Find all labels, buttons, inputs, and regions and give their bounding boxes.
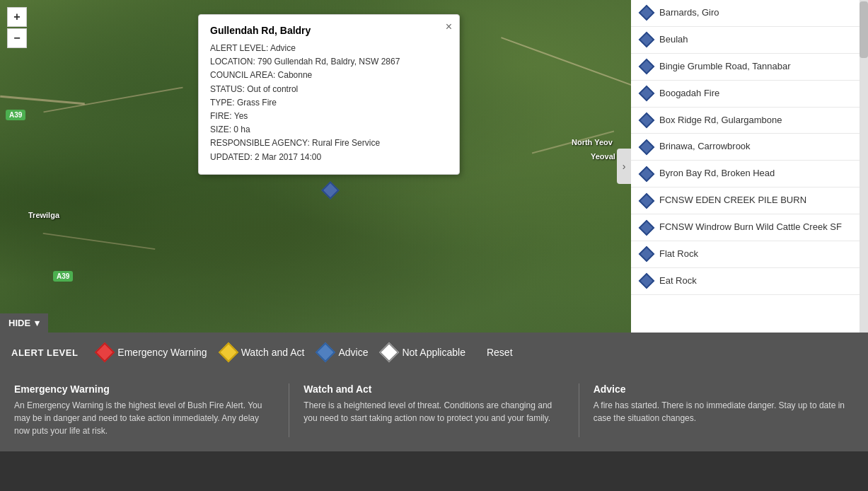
fire-popup: Gullendah Rd, Baldry × ALERT LEVEL: Advi… [198,14,460,175]
na-diamond-icon [379,342,399,362]
info-emergency-heading: Emergency Warning [14,383,274,395]
emergency-diamond-icon [95,342,115,362]
na-label: Not Applicable [402,347,465,358]
info-emergency: Emergency Warning An Emergency Warning i… [14,383,289,437]
fire-diamond-icon [639,5,655,21]
zoom-in-button[interactable]: + [7,7,27,27]
info-watch: Watch and Act There is a heightened leve… [303,383,579,437]
alert-level-label: ALERT LEVEL [11,347,78,358]
fire-diamond-icon [639,86,655,102]
popup-title: Gullendah Rd, Baldry [210,25,448,36]
info-emergency-body: An Emergency Warning is the highest leve… [14,399,274,437]
popup-row: LOCATION: 790 Gullendah Rd, Baldry, NSW … [210,55,448,69]
fire-diamond-icon [639,59,655,75]
sidebar-item[interactable]: Barnards, Giro [631,0,868,27]
advice-diamond-icon [316,342,335,362]
sidebar-item[interactable]: Eat Rock [631,268,868,295]
sidebar-item[interactable]: FCNSW Windrow Burn Wild Cattle Creek SF [631,214,868,241]
fire-diamond-icon [639,166,655,182]
info-advice-heading: Advice [594,383,854,395]
popup-row: FIRE: Yes [210,110,448,123]
fire-diamond-icon [639,273,655,289]
sidebar-item-label: Bingie Grumble Road, Tannabar [659,61,791,73]
place-label-north-yeov: North Yeov [572,138,613,146]
alert-na[interactable]: Not Applicable [382,345,465,359]
place-label-yeoval: Yeoval [591,152,615,161]
emergency-label: Emergency Warning [117,347,207,358]
sidebar-item-label: FCNSW Windrow Burn Wild Cattle Creek SF [659,221,842,233]
hide-bar: HIDE ▾ [0,313,48,333]
advice-label: Advice [338,347,368,358]
popup-row: ALERT LEVEL: Advice [210,42,448,55]
sidebar-item[interactable]: FCNSW EDEN CREEK PILE BURN [631,187,868,214]
info-watch-heading: Watch and Act [303,383,564,395]
map-container[interactable]: A39 A39 Trewilga North Yeov Yeoval + − G… [0,0,868,333]
sidebar-scroll[interactable]: Barnards, GiroBeulahBingie Grumble Road,… [631,0,868,333]
sidebar-item[interactable]: Byron Bay Rd, Broken Head [631,161,868,187]
sidebar-item-label: Brinawa, Carrowbrook [659,141,751,153]
sidebar-item[interactable]: Boogadah Fire [631,81,868,108]
sidebar-item-label: Barnards, Giro [659,7,719,19]
popup-close-button[interactable]: × [446,21,452,33]
sidebar-item[interactable]: Flat Rock [631,241,868,268]
popup-row: RESPONSIBLE AGENCY: Rural Fire Service [210,137,448,150]
sidebar-item[interactable]: Beulah [631,27,868,54]
map-controls: + − [7,7,27,48]
popup-row: COUNCIL AREA: Cabonne [210,69,448,82]
reset-button[interactable]: Reset [487,347,513,358]
popup-row: SIZE: 0 ha [210,123,448,137]
map-marker[interactable] [323,183,338,198]
fire-diamond-icon [639,246,655,262]
sidebar-toggle-button[interactable]: › [617,149,631,184]
scrollbar-track[interactable] [860,0,868,333]
popup-rows: ALERT LEVEL: AdviceLOCATION: 790 Gullend… [210,42,448,164]
fire-diamond-icon [639,139,655,156]
sidebar-item-label: FCNSW EDEN CREEK PILE BURN [659,195,806,207]
sidebar-item-label: Boogadah Fire [659,88,719,100]
scrollbar-thumb[interactable] [860,1,868,58]
fire-diamond-icon [639,219,655,236]
info-advice: Advice A fire has started. There is no i… [594,383,854,437]
hide-label: HIDE [8,318,30,328]
hide-button[interactable]: HIDE ▾ [0,313,48,333]
road-badge-a39: A39 [6,110,25,120]
alert-advice[interactable]: Advice [318,345,368,359]
place-label-trewilga: Trewilga [28,211,59,219]
alert-watch[interactable]: Watch and Act [221,345,305,359]
sidebar-item-label: Eat Rock [659,275,697,287]
alert-bar: ALERT LEVEL Emergency Warning Watch and … [0,333,868,372]
sidebar-item[interactable]: Box Ridge Rd, Gulargambone [631,108,868,134]
popup-row: STATUS: Out of control [210,83,448,96]
popup-row: UPDATED: 2 Mar 2017 14:00 [210,151,448,164]
sidebar-item-label: Byron Bay Rd, Broken Head [659,168,775,180]
sidebar: › Barnards, GiroBeulahBingie Grumble Roa… [631,0,868,333]
sidebar-item[interactable]: Bingie Grumble Road, Tannabar [631,54,868,81]
fire-diamond-icon [639,112,655,129]
sidebar-item-label: Flat Rock [659,248,698,260]
watch-diamond-icon [219,342,238,362]
hide-chevron-icon: ▾ [35,318,40,328]
road-badge-a39-2: A39 [53,271,73,282]
sidebar-item[interactable]: Brinawa, Carrowbrook [631,134,868,161]
popup-row: TYPE: Grass Fire [210,96,448,110]
info-section: Emergency Warning An Emergency Warning i… [0,372,868,451]
sidebar-item-label: Box Ridge Rd, Gulargambone [659,115,782,127]
watch-label: Watch and Act [241,347,305,358]
fire-diamond-icon [639,32,655,48]
info-advice-body: A fire has started. There is no immediat… [594,399,854,424]
zoom-out-button[interactable]: − [7,28,27,48]
info-watch-body: There is a heightened level of threat. C… [303,399,564,424]
fire-diamond-icon [639,192,655,209]
alert-emergency[interactable]: Emergency Warning [98,345,207,359]
sidebar-item-label: Beulah [659,34,688,46]
